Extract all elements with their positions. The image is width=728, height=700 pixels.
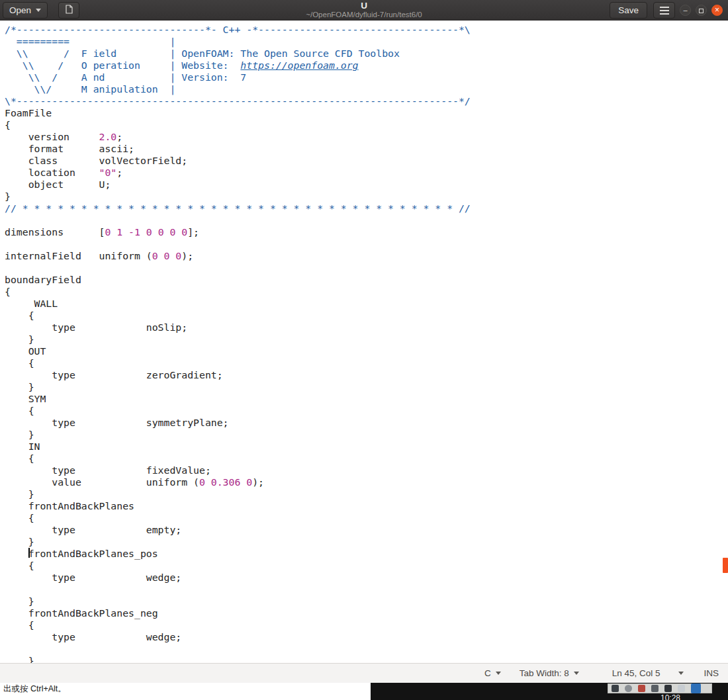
code-line: \\ / O peration | Website: https://openf… [5,60,728,71]
menu-button[interactable] [653,2,675,19]
code-segment: WALL [5,298,58,309]
code-segment: { [5,119,11,130]
notebook-tray-icon[interactable] [691,683,701,693]
code-segment: } [5,595,34,607]
code-line: type wedge; [5,631,728,643]
code-line: ========= | [5,36,728,48]
new-document-icon [64,4,74,17]
code-line: type noSlip; [5,322,728,333]
insert-mode-indicator: INS [704,668,719,678]
code-segment: \\ / F ield | OpenFOAM: The Open Source … [5,48,400,59]
code-segment: frontAndBackPlanes [5,500,134,511]
code-line: FoamFile [5,107,728,119]
code-line: type symmetryPlane; [5,417,728,429]
code-line: { [5,310,728,322]
printer-tray-icon[interactable] [651,685,659,692]
code-segment: frontAndBackPlanes_neg [5,607,158,619]
chevron-down-icon [574,672,579,675]
chevron-down-icon [678,672,684,675]
input-method-tray-icon[interactable] [638,685,645,692]
code-segment: version [5,131,99,142]
code-line: internalField uniform (0 0 0); [5,250,728,262]
close-button[interactable]: × [711,5,723,16]
code-line: \\ / F ield | OpenFOAM: The Open Source … [5,48,728,60]
code-segment: internalField uniform ( [5,250,152,261]
code-segment: ]; [187,226,199,238]
status-circle-tray-icon[interactable] [625,685,632,692]
titlebar: Open U ~/OpenFOAM/dyfluid-7/run/test6/0 … [0,0,728,21]
screen-tray-icon[interactable] [612,685,619,692]
code-segment: { [5,310,34,321]
maximize-icon [699,9,704,13]
code-line: { [5,405,728,417]
code-segment: { [5,453,34,464]
language-selector[interactable]: C [484,668,501,678]
tab-width-selector[interactable]: Tab Width: 8 [520,668,579,678]
speaker-tray-icon[interactable] [664,685,672,692]
clipboard-tray-icon[interactable] [678,685,685,692]
bottom-strip: 出或按 Ctrl+Alt。 10:28 [0,683,728,700]
new-document-button[interactable] [58,2,79,19]
close-icon: × [715,5,719,15]
save-button-label: Save [618,5,639,15]
code-line: /*--------------------------------*- C++… [5,24,728,36]
code-line: { [5,453,728,464]
scrollbar-thumb[interactable] [723,558,728,573]
code-segment: } [5,429,34,440]
code-line: } [5,429,728,441]
code-segment: 0 1 -1 0 0 0 0 [105,226,187,238]
code-line [5,643,728,655]
code-line: type zeroGradient; [5,369,728,381]
code-segment: ; [116,167,122,178]
code-segment: OUT [5,345,46,357]
code-segment: \\ / O peration | Website: [5,60,240,71]
code-line: value uniform (0 0.306 0); [5,476,728,488]
code-segment: type fixedValue; [5,464,211,476]
code-line: { [5,619,728,631]
code-line: frontAndBackPlanes_pos [5,548,728,560]
cursor-position: Ln 45, Col 5 [612,668,660,678]
code-line: } [5,191,728,202]
code-segment: { [5,512,34,523]
code-line: } [5,536,728,548]
code-line: \\ / A nd | Version: 7 [5,71,728,83]
code-segment: type wedge; [5,631,181,642]
code-line: frontAndBackPlanes_neg [5,607,728,619]
code-segment: ); [181,250,193,261]
language-label: C [484,668,491,678]
ime-status: 出或按 Ctrl+Alt。 [0,683,371,700]
code-segment: dimensions [ [5,226,105,238]
chevron-down-icon [36,9,41,12]
gedit-window: Open U ~/OpenFOAM/dyfluid-7/run/test6/0 … [0,0,728,700]
editor-code: /*--------------------------------*- C++… [5,24,728,663]
code-segment: IN [5,441,40,452]
cursor-position-label: Ln 45, Col 5 [612,668,660,678]
code-segment: type noSlip; [5,322,187,333]
open-button-label: Open [9,5,31,15]
code-segment: boundaryField [5,274,81,285]
maximize-button[interactable] [696,5,707,16]
code-segment: /*--------------------------------*- C++… [5,24,471,35]
code-segment: "0" [99,167,117,178]
text-editor-area[interactable]: /*--------------------------------*- C++… [0,21,728,663]
save-button[interactable]: Save [610,2,647,19]
code-line: dimensions [0 1 -1 0 0 0 0]; [5,226,728,238]
code-line: } [5,655,728,663]
code-line: boundaryField [5,274,728,286]
code-segment: { [5,357,34,369]
taskbar: 10:28 [371,683,728,700]
code-line [5,214,728,226]
code-segment: \\ / A nd | Version: 7 [5,71,246,83]
code-line: frontAndBackPlanes [5,500,728,512]
code-line: IN [5,441,728,453]
code-segment: type wedge; [5,572,181,583]
code-segment: } [5,536,34,547]
minimize-button[interactable]: – [680,5,691,16]
code-segment: } [5,381,34,392]
code-line [5,584,728,595]
code-segment: \\/ M anipulation | [5,83,175,95]
goto-line-dropdown[interactable] [678,672,684,675]
open-button[interactable]: Open [3,2,48,19]
code-segment: class volVectorField; [5,155,187,166]
code-line: } [5,333,728,345]
